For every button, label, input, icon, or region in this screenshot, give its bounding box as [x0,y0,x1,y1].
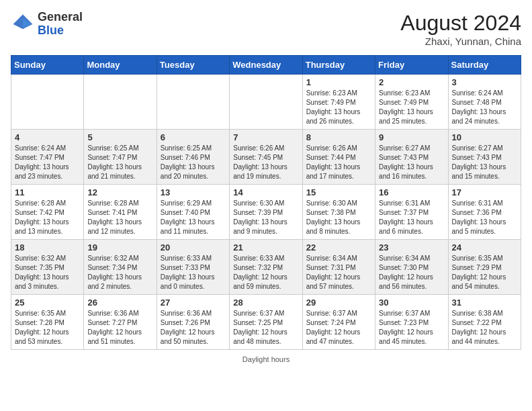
day-info: Sunrise: 6:28 AM Sunset: 7:41 PM Dayligh… [87,199,152,236]
calendar-week-row: 18Sunrise: 6:32 AM Sunset: 7:35 PM Dayli… [11,240,521,295]
day-number: 5 [87,132,152,142]
day-number: 6 [161,132,226,142]
calendar-cell: 14Sunrise: 6:30 AM Sunset: 7:39 PM Dayli… [230,185,302,240]
column-header-saturday: Saturday [448,56,521,75]
day-number: 21 [233,242,298,253]
day-info: Sunrise: 6:27 AM Sunset: 7:43 PM Dayligh… [379,144,444,181]
day-info: Sunrise: 6:25 AM Sunset: 7:47 PM Dayligh… [87,144,152,181]
calendar-cell [11,75,84,130]
logo-blue: Blue [38,24,64,37]
calendar-cell: 17Sunrise: 6:31 AM Sunset: 7:36 PM Dayli… [448,185,521,240]
calendar-cell: 6Sunrise: 6:25 AM Sunset: 7:46 PM Daylig… [157,130,229,185]
calendar-cell: 13Sunrise: 6:29 AM Sunset: 7:40 PM Dayli… [157,185,229,240]
day-number: 2 [379,77,444,87]
column-header-wednesday: Wednesday [230,56,302,75]
calendar-cell: 18Sunrise: 6:32 AM Sunset: 7:35 PM Dayli… [11,240,84,295]
day-info: Sunrise: 6:38 AM Sunset: 7:22 PM Dayligh… [452,309,517,347]
calendar-cell: 10Sunrise: 6:27 AM Sunset: 7:43 PM Dayli… [448,130,521,185]
day-info: Sunrise: 6:30 AM Sunset: 7:39 PM Dayligh… [233,199,298,236]
day-info: Sunrise: 6:23 AM Sunset: 7:49 PM Dayligh… [379,89,444,126]
day-number: 24 [452,242,517,253]
calendar-cell: 19Sunrise: 6:32 AM Sunset: 7:34 PM Dayli… [84,240,157,295]
day-number: 12 [87,187,152,197]
logo-general: General [38,10,83,24]
day-info: Sunrise: 6:26 AM Sunset: 7:45 PM Dayligh… [233,144,298,181]
day-number: 23 [379,242,444,253]
day-info: Sunrise: 6:34 AM Sunset: 7:31 PM Dayligh… [306,254,371,291]
day-number: 16 [379,187,444,197]
calendar-cell: 22Sunrise: 6:34 AM Sunset: 7:31 PM Dayli… [302,240,375,295]
day-info: Sunrise: 6:25 AM Sunset: 7:46 PM Dayligh… [161,144,226,181]
calendar-week-row: 11Sunrise: 6:28 AM Sunset: 7:42 PM Dayli… [11,185,521,240]
day-number: 8 [306,132,371,142]
calendar-cell: 5Sunrise: 6:25 AM Sunset: 7:47 PM Daylig… [84,130,157,185]
day-number: 25 [15,298,80,308]
day-info: Sunrise: 6:37 AM Sunset: 7:24 PM Dayligh… [306,309,371,347]
calendar-cell: 15Sunrise: 6:30 AM Sunset: 7:38 PM Dayli… [302,185,375,240]
calendar-cell [157,75,229,130]
footer: Daylight hours [11,355,521,363]
day-number: 14 [233,187,298,197]
day-number: 29 [306,298,371,308]
calendar-cell: 1Sunrise: 6:23 AM Sunset: 7:49 PM Daylig… [302,75,375,130]
day-info: Sunrise: 6:28 AM Sunset: 7:42 PM Dayligh… [15,199,80,236]
logo: General Blue [11,11,83,38]
day-number: 22 [306,242,371,253]
day-number: 18 [15,242,80,253]
calendar-cell: 20Sunrise: 6:33 AM Sunset: 7:33 PM Dayli… [157,240,229,295]
day-number: 20 [161,242,226,253]
daylight-hours-label: Daylight hours [242,355,290,363]
calendar-cell: 28Sunrise: 6:37 AM Sunset: 7:25 PM Dayli… [230,295,302,350]
calendar-cell: 27Sunrise: 6:36 AM Sunset: 7:26 PM Dayli… [157,295,229,350]
day-number: 17 [452,187,517,197]
day-info: Sunrise: 6:24 AM Sunset: 7:47 PM Dayligh… [15,144,80,181]
calendar-cell: 31Sunrise: 6:38 AM Sunset: 7:22 PM Dayli… [448,295,521,350]
day-info: Sunrise: 6:33 AM Sunset: 7:33 PM Dayligh… [161,254,226,291]
day-number: 11 [15,187,80,197]
day-info: Sunrise: 6:36 AM Sunset: 7:26 PM Dayligh… [161,309,226,347]
day-info: Sunrise: 6:26 AM Sunset: 7:44 PM Dayligh… [306,144,371,181]
day-number: 19 [87,242,152,253]
day-info: Sunrise: 6:29 AM Sunset: 7:40 PM Dayligh… [161,199,226,236]
calendar-cell: 8Sunrise: 6:26 AM Sunset: 7:44 PM Daylig… [302,130,375,185]
calendar-cell: 21Sunrise: 6:33 AM Sunset: 7:32 PM Dayli… [230,240,302,295]
logo-text: General Blue [38,11,83,38]
column-header-tuesday: Tuesday [157,56,229,75]
calendar-cell: 11Sunrise: 6:28 AM Sunset: 7:42 PM Dayli… [11,185,84,240]
calendar-cell: 25Sunrise: 6:35 AM Sunset: 7:28 PM Dayli… [11,295,84,350]
title-block: August 2024 Zhaxi, Yunnan, China [400,11,521,47]
column-header-thursday: Thursday [302,56,375,75]
calendar-header-row: SundayMondayTuesdayWednesdayThursdayFrid… [11,56,521,75]
calendar-cell: 16Sunrise: 6:31 AM Sunset: 7:37 PM Dayli… [375,185,448,240]
day-number: 1 [306,77,371,87]
calendar-table: SundayMondayTuesdayWednesdayThursdayFrid… [11,55,521,350]
location: Zhaxi, Yunnan, China [400,36,521,47]
calendar-cell: 29Sunrise: 6:37 AM Sunset: 7:24 PM Dayli… [302,295,375,350]
calendar-cell: 4Sunrise: 6:24 AM Sunset: 7:47 PM Daylig… [11,130,84,185]
day-number: 4 [15,132,80,142]
calendar-cell: 12Sunrise: 6:28 AM Sunset: 7:41 PM Dayli… [84,185,157,240]
day-number: 27 [161,298,226,308]
day-info: Sunrise: 6:37 AM Sunset: 7:25 PM Dayligh… [233,309,298,347]
page-header: General Blue August 2024 Zhaxi, Yunnan, … [11,11,521,47]
day-number: 10 [452,132,517,142]
column-header-monday: Monday [84,56,157,75]
calendar-cell: 2Sunrise: 6:23 AM Sunset: 7:49 PM Daylig… [375,75,448,130]
day-number: 3 [452,77,517,87]
day-info: Sunrise: 6:34 AM Sunset: 7:30 PM Dayligh… [379,254,444,291]
day-number: 13 [161,187,226,197]
calendar-week-row: 25Sunrise: 6:35 AM Sunset: 7:28 PM Dayli… [11,295,521,350]
month-year: August 2024 [400,11,521,36]
day-info: Sunrise: 6:36 AM Sunset: 7:27 PM Dayligh… [87,309,152,347]
day-info: Sunrise: 6:32 AM Sunset: 7:34 PM Dayligh… [87,254,152,291]
calendar-cell: 23Sunrise: 6:34 AM Sunset: 7:30 PM Dayli… [375,240,448,295]
day-number: 30 [379,298,444,308]
calendar-cell: 7Sunrise: 6:26 AM Sunset: 7:45 PM Daylig… [230,130,302,185]
day-info: Sunrise: 6:32 AM Sunset: 7:35 PM Dayligh… [15,254,80,291]
day-info: Sunrise: 6:33 AM Sunset: 7:32 PM Dayligh… [233,254,298,291]
column-header-friday: Friday [375,56,448,75]
calendar-cell: 30Sunrise: 6:37 AM Sunset: 7:23 PM Dayli… [375,295,448,350]
column-header-sunday: Sunday [11,56,84,75]
calendar-cell: 24Sunrise: 6:35 AM Sunset: 7:29 PM Dayli… [448,240,521,295]
day-number: 26 [87,298,152,308]
